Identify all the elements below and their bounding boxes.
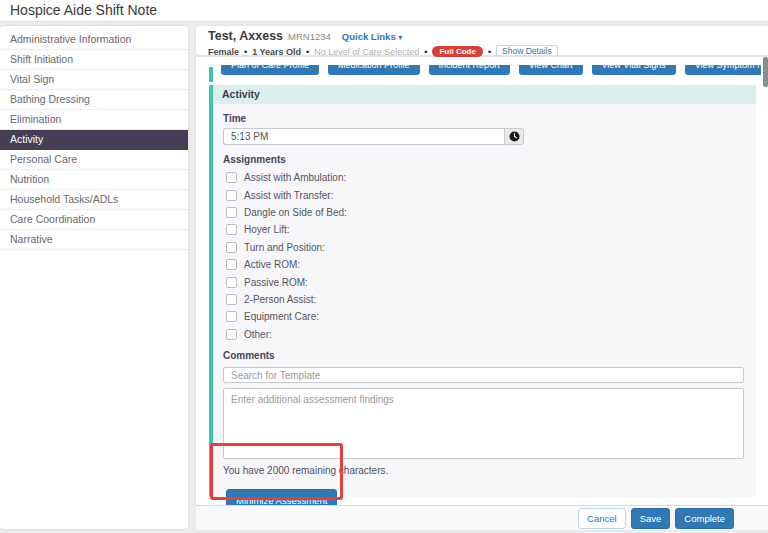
assignment-row[interactable]: Active ROM: — [223, 256, 744, 273]
section-nav-sidebar: Administrative Information Shift Initiat… — [0, 26, 188, 529]
level-of-care: No Level of Care Selected — [314, 47, 419, 57]
checkbox-unchecked[interactable] — [226, 329, 237, 340]
form-footer: Cancel Save Complete — [196, 505, 768, 530]
patient-sex: Female — [208, 47, 239, 57]
assignment-row[interactable]: 2-Person Assist: — [223, 291, 744, 308]
chevron-down-icon: ▾ — [398, 33, 402, 42]
sidebar-item[interactable]: Household Tasks/ADLs — [0, 190, 188, 210]
checkbox-label: Turn and Position: — [244, 242, 325, 253]
assignment-row[interactable]: Assist with Ambulation: — [223, 169, 744, 186]
comments-textarea[interactable] — [223, 388, 744, 459]
checkbox-unchecked[interactable] — [226, 259, 237, 270]
checkbox-unchecked[interactable] — [226, 311, 237, 322]
sidebar-item-label: Nutrition — [10, 173, 49, 185]
assignment-row[interactable]: Other: — [223, 326, 744, 343]
toolbar-button[interactable]: View Symptom Ratings — [685, 65, 761, 75]
sidebar-item[interactable]: Shift Initiation — [0, 50, 188, 70]
activity-section-header: Activity — [213, 85, 756, 104]
sidebar-item[interactable]: Elimination — [0, 110, 188, 130]
sidebar-item-label: Shift Initiation — [10, 53, 73, 65]
minimize-assessment-button[interactable]: Minimize Assessment — [226, 489, 337, 505]
sidebar-item-label: Household Tasks/ADLs — [10, 193, 118, 205]
sidebar-item[interactable]: Narrative — [0, 230, 188, 250]
patient-age: 1 Years Old — [252, 47, 301, 57]
sidebar-item[interactable]: Nutrition — [0, 170, 188, 190]
checkbox-label: Other: — [244, 329, 272, 340]
separator-dot: • — [244, 47, 247, 57]
cancel-button[interactable]: Cancel — [578, 508, 626, 529]
checkbox-unchecked[interactable] — [226, 224, 237, 235]
sidebar-item[interactable]: Vital Sign — [0, 70, 188, 90]
checkbox-label: Dangle on Side of Bed: — [244, 207, 347, 218]
sidebar-item-label: Bathing Dressing — [10, 93, 90, 105]
quick-links-dropdown[interactable]: Quick Links ▾ — [342, 31, 403, 42]
checkbox-label: Assist with Transfer: — [244, 190, 333, 201]
sidebar-item[interactable]: Activity — [0, 130, 188, 150]
time-input-group — [223, 128, 524, 145]
checkbox-label: Assist with Ambulation: — [244, 172, 346, 183]
sidebar-item[interactable]: Care Coordination — [0, 210, 188, 230]
sidebar-item-label: Personal Care — [10, 153, 77, 165]
remaining-characters-text: You have 2000 remaining characters. — [223, 465, 744, 476]
sidebar-item[interactable]: Administrative Information — [0, 30, 188, 50]
patient-header: Test, Axxess MRN1234 Quick Links ▾ Femal… — [196, 26, 768, 55]
activity-section: Activity Time Assignments Assist with Am… — [209, 85, 756, 497]
patient-name: Test, Axxess — [208, 29, 283, 43]
sidebar-item-label: Narrative — [10, 233, 53, 245]
separator-dot: • — [306, 47, 309, 57]
page-title: Hospice Aide Shift Note — [0, 0, 768, 21]
time-label: Time — [223, 113, 744, 124]
clock-icon — [509, 131, 520, 142]
assignment-row[interactable]: Hoyer Lift: — [223, 221, 744, 238]
time-picker-button[interactable] — [504, 128, 524, 145]
sidebar-item-label: Administrative Information — [10, 33, 131, 45]
checkbox-unchecked[interactable] — [226, 190, 237, 201]
checkbox-unchecked[interactable] — [226, 242, 237, 253]
comments-label: Comments — [223, 350, 744, 361]
checkbox-unchecked[interactable] — [226, 277, 237, 288]
patient-mrn: MRN1234 — [288, 31, 331, 42]
checkbox-unchecked[interactable] — [226, 294, 237, 305]
template-search-input[interactable] — [223, 367, 744, 383]
assignment-row[interactable]: Assist with Transfer: — [223, 186, 744, 203]
app-header: Hospice Aide Shift Note — [0, 0, 768, 22]
vertical-scrollbar-thumb[interactable] — [763, 57, 768, 87]
sidebar-item-label: Care Coordination — [10, 213, 95, 225]
toolbar-button[interactable]: Medication Profile — [328, 65, 420, 75]
checkbox-label: Equipment Care: — [244, 311, 319, 322]
separator-dot: • — [424, 47, 427, 57]
sidebar-item-label: Elimination — [10, 113, 61, 125]
checkbox-label: Active ROM: — [244, 259, 300, 270]
checkbox-label: Passive ROM: — [244, 277, 308, 288]
sidebar-item-label: Vital Sign — [10, 73, 54, 85]
form-scroll-area[interactable]: Plan of Care ProfileMedication ProfileIn… — [196, 65, 761, 505]
toolbar-button[interactable]: View Chart — [519, 65, 583, 75]
checkbox-unchecked[interactable] — [226, 172, 237, 183]
save-button[interactable]: Save — [631, 508, 671, 529]
sidebar-item-label: Activity — [10, 133, 43, 145]
previous-section-accent-stripe — [209, 67, 213, 82]
sidebar-item[interactable]: Personal Care — [0, 150, 188, 170]
assignments-label: Assignments — [223, 154, 744, 165]
time-input[interactable] — [223, 128, 504, 145]
separator-dot: • — [488, 47, 491, 57]
assignments-checkbox-list: Assist with Ambulation: Assist with Tran… — [223, 169, 744, 343]
checkbox-label: 2-Person Assist: — [244, 294, 316, 305]
toolbar-button[interactable]: Plan of Care Profile — [221, 65, 319, 75]
assignment-row[interactable]: Passive ROM: — [223, 273, 744, 290]
assignment-row[interactable]: Turn and Position: — [223, 239, 744, 256]
complete-button[interactable]: Complete — [675, 508, 734, 529]
checkbox-unchecked[interactable] — [226, 207, 237, 218]
sidebar-item[interactable]: Bathing Dressing — [0, 90, 188, 110]
form-content-card: Plan of Care ProfileMedication ProfileIn… — [196, 57, 768, 505]
code-status-badge: Full Code — [432, 46, 482, 57]
checkbox-label: Hoyer Lift: — [244, 224, 290, 235]
toolbar-button[interactable]: Incident Report — [429, 65, 510, 75]
assignment-row[interactable]: Dangle on Side of Bed: — [223, 204, 744, 221]
assignment-row[interactable]: Equipment Care: — [223, 308, 744, 325]
chart-toolbar: Plan of Care ProfileMedication ProfileIn… — [221, 65, 761, 75]
toolbar-button[interactable]: View Vital Signs — [592, 65, 676, 75]
